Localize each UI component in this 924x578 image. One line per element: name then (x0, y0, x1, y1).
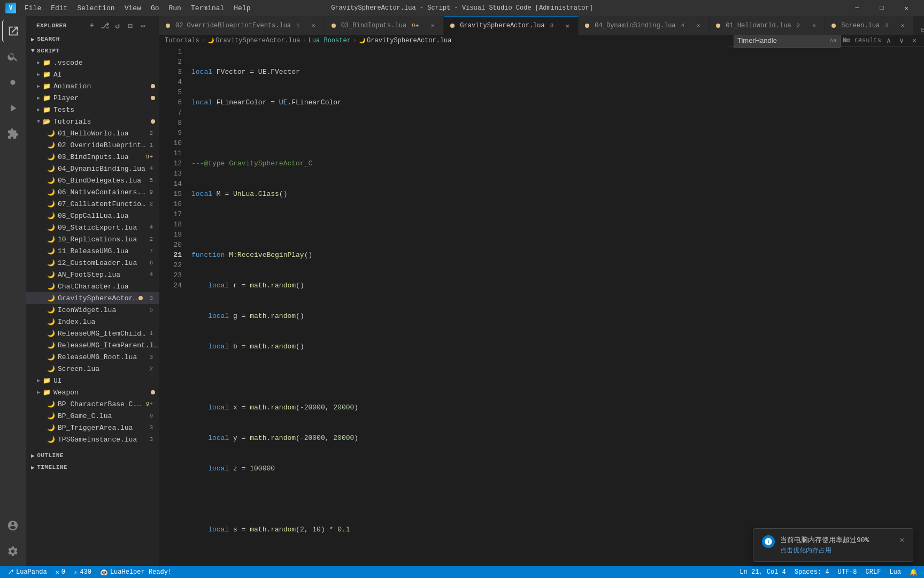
lua-file-icon: 🌙 (47, 212, 56, 220)
breadcrumb-luabooster[interactable]: Lua Booster (309, 37, 351, 44)
tab-03-bindinputs[interactable]: 03_BindInputs.lua 9+ ✕ (325, 16, 444, 35)
more-actions-button[interactable]: ⋯ (138, 20, 149, 31)
refresh-button[interactable]: ↺ (112, 20, 123, 31)
find-input[interactable] (737, 36, 827, 44)
tab-screen[interactable]: Screen.lua 2 ✕ (825, 16, 914, 35)
sidebar-item-ui[interactable]: ▶ 📁 UI (26, 375, 159, 386)
weapon-label: Weapon (53, 389, 151, 397)
tab-close-button[interactable]: ✕ (810, 21, 818, 30)
file-bp-triggerarea[interactable]: 🌙 BP_TriggerArea.lua 3 (26, 422, 159, 434)
file-an-footstep[interactable]: 🌙 AN_FootStep.lua 4 (26, 269, 159, 280)
sidebar-item-ai[interactable]: ▶ 📁 AI (26, 69, 159, 80)
new-folder-button[interactable]: ⎇ (99, 20, 110, 31)
run-menu[interactable]: Run (164, 2, 185, 14)
activity-settings-icon[interactable] (2, 541, 24, 562)
notifications-button[interactable]: 🔔 (907, 566, 920, 578)
selection-menu[interactable]: Selection (73, 2, 119, 14)
activity-search-icon[interactable] (2, 46, 24, 67)
new-file-button[interactable]: + (87, 20, 97, 31)
errors-button[interactable]: ✕ 0 (53, 566, 67, 578)
minimize-button[interactable]: ─ (845, 0, 869, 16)
encoding-button[interactable]: UTF-8 (836, 566, 859, 578)
tab-02-override[interactable]: 02_OverrideBlueprintEvents.lua 1 ✕ (159, 16, 325, 35)
luahelper-status[interactable]: 🐼 LuaHelper Ready! (98, 566, 174, 578)
file-09-staticexport[interactable]: 🌙 09_StaticExport.lua 4 (26, 222, 159, 233)
tab-01-helloworld[interactable]: 01_HelloWorld.lua 2 ✕ (710, 16, 825, 35)
file-03-bindinputs[interactable]: 🌙 03_BindInputs.lua 9+ (26, 151, 159, 163)
file-iconwidget[interactable]: 🌙 IconWidget.lua 5 (26, 304, 159, 316)
script-section-header[interactable]: ▼ SCRIPT (26, 45, 159, 57)
file-08-cppcalllua[interactable]: 🌙 08_CppCallLua.lua (26, 210, 159, 222)
tab-close-button[interactable]: ✕ (898, 21, 907, 30)
activity-debug-icon[interactable] (2, 97, 24, 119)
file-05-binddelegates[interactable]: 🌙 05_BindDelegates.lua 5 (26, 174, 159, 186)
file-01-helloworld[interactable]: 🌙 01_HelloWorld.lua 2 (26, 127, 159, 139)
code-line-13: local y = math.random(-20000, 20000) (191, 433, 892, 443)
activity-extensions-icon[interactable] (2, 123, 24, 144)
sidebar-item-vscode[interactable]: ▶ 📁 .vscode (26, 57, 159, 69)
activity-account-icon[interactable] (2, 515, 24, 536)
file-releaseumg-itemchild[interactable]: 🌙 ReleaseUMG_ItemChild.lua 1 (26, 328, 159, 339)
position-button[interactable]: Ln 21, Col 4 (737, 566, 788, 578)
file-chatcharacter[interactable]: 🌙 ChatCharacter.lua (26, 280, 159, 292)
notification-subtitle[interactable]: 点击优化内存占用 (780, 546, 895, 555)
sidebar-item-tutorials[interactable]: ▼ 📂 Tutorials (26, 116, 159, 127)
file-releaseumg-root[interactable]: 🌙 ReleaseUMG_Root.lua 3 (26, 351, 159, 363)
breadcrumb-file[interactable]: 🌙 GravitySphereActor.lua (207, 37, 300, 44)
maximize-button[interactable]: □ (869, 0, 894, 16)
timeline-header[interactable]: ▶ TIMELINE (26, 461, 159, 473)
breadcrumb-tutorials[interactable]: Tutorials (165, 37, 199, 44)
find-close-button[interactable]: ✕ (909, 35, 920, 46)
warnings-button[interactable]: ⚠ 430 (72, 566, 94, 578)
file-releaseumg-itemparent[interactable]: 🌙 ReleaseUMG_ItemParent.lua (26, 339, 159, 351)
help-menu[interactable]: Help (229, 2, 255, 14)
sidebar-item-tests[interactable]: ▶ 📁 Tests (26, 104, 159, 116)
code-content[interactable]: local FVector = UE.FVector local FLinear… (186, 47, 892, 566)
activity-explorer-icon[interactable] (2, 20, 24, 42)
no-results-label: No results (843, 37, 881, 44)
file-04-dynamic[interactable]: 🌙 04_DynamicBinding.lua 4 (26, 163, 159, 174)
file-02-override[interactable]: 🌙 02_OverrideBlueprintEvents.lua 1 (26, 139, 159, 151)
sidebar-item-animation[interactable]: ▶ 📁 Animation (26, 80, 159, 92)
outline-header[interactable]: ▶ OUTLINE (26, 450, 159, 461)
file-bp-game[interactable]: 🌙 BP_Game_C.lua 9 (26, 410, 159, 422)
terminal-menu[interactable]: Terminal (187, 2, 228, 14)
view-menu[interactable]: View (120, 2, 145, 14)
sidebar-item-weapon[interactable]: ▶ 📁 Weapon (26, 386, 159, 398)
tab-04-dynamic[interactable]: 04_DynamicBinding.lua 4 ✕ (579, 16, 710, 35)
tab-close-button[interactable]: ✕ (694, 21, 703, 30)
weapon-dot (151, 390, 155, 394)
git-branch-button[interactable]: ⎇ LuaPanda (4, 566, 49, 578)
prev-match-button[interactable]: ∧ (883, 35, 894, 46)
file-index[interactable]: 🌙 Index.lua (26, 316, 159, 328)
file-11-releaseumg[interactable]: 🌙 11_ReleaseUMG.lua 7 (26, 245, 159, 257)
activity-scm-icon[interactable] (2, 72, 24, 93)
file-tpsgameinstance[interactable]: 🌙 TPSGameInstance.lua 3 (26, 434, 159, 445)
collapse-all-button[interactable]: ⊟ (125, 20, 136, 31)
file-10-replications[interactable]: 🌙 10_Replications.lua 2 (26, 233, 159, 245)
tab-gravitysphere[interactable]: GravitySphereActor.lua 3 ✕ (444, 16, 579, 35)
line-ending-button[interactable]: CRLF (864, 566, 883, 578)
file-07-calllatent[interactable]: 🌙 07_CallLatentFunction.lua 2 (26, 198, 159, 210)
sidebar-item-player[interactable]: ▶ 📁 Player (26, 92, 159, 104)
file-gravitysphere[interactable]: 🌙 GravitySphereActor.lua 3 (26, 292, 159, 304)
file-menu[interactable]: File (20, 2, 45, 14)
animation-arrow-icon: ▶ (34, 83, 43, 89)
spaces-button[interactable]: Spaces: 4 (792, 566, 831, 578)
language-button[interactable]: Lua (887, 566, 903, 578)
file-screen[interactable]: 🌙 Screen.lua 2 (26, 363, 159, 375)
edit-menu[interactable]: Edit (47, 2, 72, 14)
file-12-customloader[interactable]: 🌙 12_CustomLoader.lua 6 (26, 257, 159, 269)
tab-close-button[interactable]: ✕ (310, 21, 318, 30)
file-06-nativecontainers[interactable]: 🌙 06_NativeContainers.lua 9 (26, 186, 159, 198)
file-bp-characterbase[interactable]: 🌙 BP_CharacterBase_C.lua 9+ (26, 398, 159, 410)
notification-close-button[interactable]: ✕ (900, 535, 904, 544)
search-section-header[interactable]: ▶ SEARCH (26, 33, 159, 45)
tab-close-button[interactable]: ✕ (563, 21, 572, 30)
next-match-button[interactable]: ∨ (896, 35, 907, 46)
breadcrumb-active-file[interactable]: 🌙 GravitySphereActor.lua (359, 37, 451, 44)
tab-close-button[interactable]: ✕ (428, 21, 437, 30)
match-case-button[interactable]: Aa (827, 35, 839, 47)
go-menu[interactable]: Go (147, 2, 164, 14)
close-button[interactable]: ✕ (894, 0, 919, 16)
